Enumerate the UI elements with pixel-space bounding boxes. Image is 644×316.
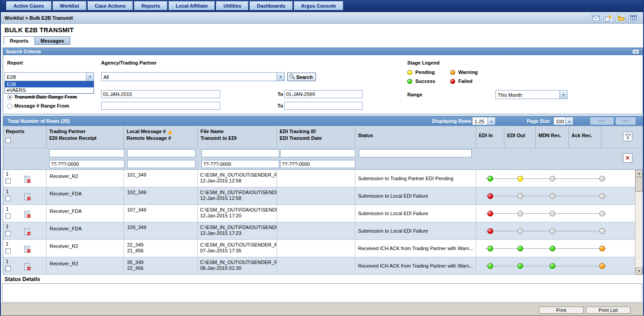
agency-label: Agency/Trading Partner <box>101 60 157 65</box>
col-ack-rec[interactable]: Ack Rec. <box>569 126 601 148</box>
report-option-e2b[interactable]: E2B <box>5 82 94 87</box>
col-edi-tracking[interactable]: EDI Tracking ID EDI Transmit Date <box>277 126 355 148</box>
stage-none-dot <box>599 228 605 234</box>
nav-argus-console[interactable]: Argus Console <box>294 1 343 10</box>
folder-icon[interactable] <box>616 14 626 22</box>
tab-messages[interactable]: Messages <box>35 36 71 45</box>
top-nav: Active CasesWorklistCase ActionsReportsL… <box>1 0 643 12</box>
page-size-select[interactable]: 100 <box>554 117 573 125</box>
range-select[interactable]: This Month <box>495 90 567 99</box>
scroll-down-icon[interactable]: ▼ <box>635 268 643 275</box>
edi-tracking-cell <box>277 170 355 187</box>
col-status[interactable]: Status <box>355 126 476 148</box>
report-doc-icon[interactable] <box>24 211 31 219</box>
row-checkbox[interactable] <box>5 178 11 184</box>
scroll-up-icon[interactable]: ▲ <box>635 170 643 177</box>
report-doc-icon[interactable] <box>24 228 31 237</box>
nav-active-cases[interactable]: Active Cases <box>6 1 51 10</box>
search-button[interactable]: Search <box>287 73 316 81</box>
col-file-name[interactable]: File Name Transmit to EDI <box>198 126 277 148</box>
transmit-date-radio[interactable] <box>7 95 13 100</box>
scrollbar-thumb[interactable] <box>635 177 643 192</box>
vertical-scrollbar[interactable]: ▲ ▼ <box>635 170 643 275</box>
table-row: 1Receiver_R2101_349C:\ESM_IN_OUT\OUT\SEN… <box>3 170 635 187</box>
col-status-label: Status <box>358 133 373 138</box>
search-criteria-title: Search Criteria <box>6 49 41 54</box>
nav-utilities[interactable]: Utilities <box>216 1 248 10</box>
report-doc-icon[interactable] <box>24 246 31 254</box>
stage-none-dot <box>550 176 555 182</box>
transmit-to-input[interactable] <box>284 90 363 98</box>
file-name-cell: C:\ESM_IN_OUT\OUT\SENDER_R...07-Jan-2015… <box>198 240 277 257</box>
grid-icon[interactable] <box>628 14 639 22</box>
agency-select[interactable]: All <box>101 72 285 81</box>
dropdown-arrow-icon[interactable] <box>559 91 567 99</box>
stage-warning-dot <box>599 263 605 269</box>
col-edi-out[interactable]: EDI Out <box>504 126 536 148</box>
transmit-date-label: Transmit Date Range From <box>14 94 77 100</box>
nav-local-affiliate[interactable]: Local Affiliate <box>169 1 215 10</box>
legend-label: Failed <box>458 78 473 84</box>
minimize-button[interactable]: - <box>632 49 640 54</box>
report-select[interactable]: E2B <box>4 72 94 81</box>
col-trading-partner[interactable]: Trading Partner EDI Receive Receipt <box>47 126 124 148</box>
message-to-input[interactable] <box>284 102 363 110</box>
print-list-button[interactable]: Print List <box>586 307 631 314</box>
legend-label: Success <box>415 78 435 84</box>
filter-edi-transmit-date-input[interactable] <box>280 160 355 168</box>
edi-tracking-cell <box>277 222 355 239</box>
clear-filter-button[interactable]: ✕ <box>623 153 632 163</box>
nav-case-actions[interactable]: Case Actions <box>88 1 133 10</box>
displaying-rows-select[interactable]: 1-25 <box>472 117 495 125</box>
message-from-input[interactable] <box>101 102 220 110</box>
col-local-message[interactable]: Local Message # Remote Message # <box>124 126 198 148</box>
report-doc-icon[interactable] <box>24 193 31 202</box>
nav-dashboards[interactable]: Dashboards <box>250 1 293 10</box>
select-all-checkbox[interactable] <box>5 138 11 143</box>
col-edi-in[interactable]: EDI In <box>476 126 504 148</box>
row-checkbox[interactable] <box>5 213 11 219</box>
filter-funnel-button[interactable] <box>623 132 632 141</box>
row-checkbox[interactable] <box>5 196 11 201</box>
dropdown-arrow-icon[interactable] <box>565 117 573 125</box>
print-button[interactable]: Print <box>539 307 584 314</box>
stage-none-dot <box>517 211 523 216</box>
row-checkbox[interactable] <box>5 248 11 254</box>
funnel-icon <box>625 134 631 140</box>
dropdown-arrow-icon[interactable] <box>86 73 94 81</box>
mail-icon[interactable] <box>591 14 601 22</box>
new-note-icon[interactable] <box>603 14 614 22</box>
transmit-from-input[interactable] <box>101 90 220 98</box>
filter-local-message-input[interactable] <box>127 149 196 157</box>
filter-edi-tracking-input[interactable] <box>280 149 355 157</box>
report-option-evaers[interactable]: eVAERS <box>5 87 94 93</box>
row-checkbox[interactable] <box>5 231 11 236</box>
filter-transmit-to-edi-input[interactable] <box>201 160 279 168</box>
filter-remote-message-input[interactable] <box>127 160 196 168</box>
next-page-button[interactable]: >> <box>616 117 635 125</box>
trading-partner-cell: Receiver_FDA <box>47 205 124 222</box>
filter-status-input[interactable] <box>359 149 472 157</box>
sort-asc-icon[interactable] <box>168 130 172 134</box>
nav-worklist[interactable]: Worklist <box>53 1 86 10</box>
stage-cell <box>536 240 569 257</box>
stage-cell <box>569 187 635 204</box>
filter-file-name-input[interactable] <box>201 149 279 157</box>
magnifier-icon <box>289 74 295 80</box>
nav-reports[interactable]: Reports <box>134 1 167 10</box>
row-checkbox[interactable] <box>5 266 11 271</box>
message-range-radio[interactable] <box>7 104 13 109</box>
stage-cell <box>504 170 536 187</box>
tab-reports[interactable]: Reports <box>4 36 35 45</box>
report-doc-icon[interactable] <box>24 263 31 272</box>
col-mdn-rec[interactable]: MDN Rec. <box>536 126 569 148</box>
dropdown-arrow-icon[interactable] <box>487 117 495 125</box>
report-doc-icon[interactable] <box>24 176 31 184</box>
dropdown-arrow-icon[interactable] <box>277 73 284 81</box>
prev-page-button[interactable]: << <box>590 117 614 125</box>
status-cell: Received ICH ACK from Trading Partner wi… <box>355 257 476 274</box>
stage-failed-dot <box>487 228 493 234</box>
filter-trading-partner-input[interactable] <box>49 149 124 157</box>
clear-x-icon: ✕ <box>625 156 630 160</box>
filter-receive-receipt-input[interactable] <box>49 160 124 168</box>
